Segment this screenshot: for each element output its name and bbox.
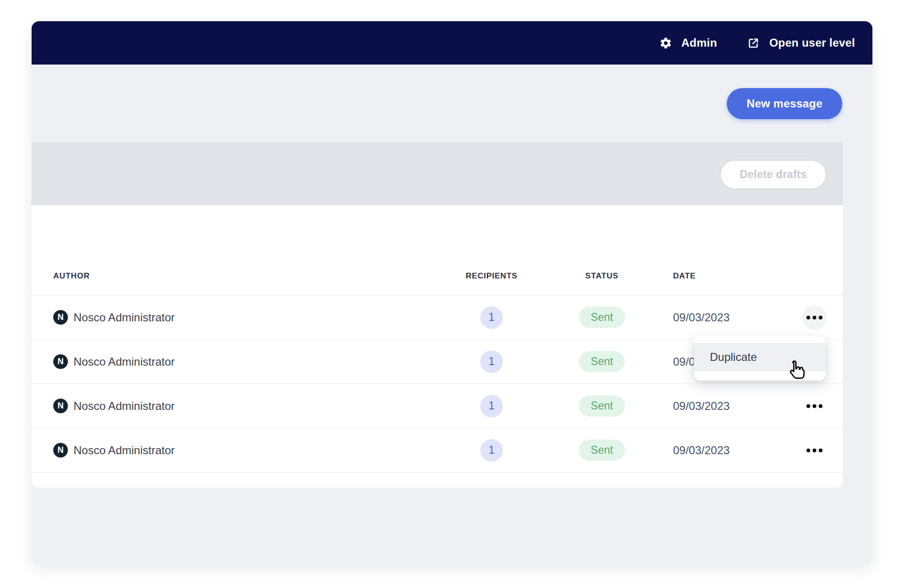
admin-nav-button[interactable]: Admin (659, 36, 717, 49)
recipients-count-badge: 1 (480, 306, 503, 329)
open-user-level-button[interactable]: Open user level (747, 36, 855, 49)
status-badge: Sent (579, 395, 625, 416)
recipients-count-badge: 1 (480, 439, 503, 462)
status-badge: Sent (579, 351, 625, 372)
app-card: Admin Open user level New message Delete… (32, 21, 872, 564)
author-name: Nosco Administrator (74, 444, 175, 457)
table-row: N Nosco Administrator 1 Sent 09/03/2023 (32, 428, 843, 473)
author-name: Nosco Administrator (74, 400, 175, 413)
author-cell: N Nosco Administrator (53, 354, 437, 369)
status-cell: Sent (579, 440, 625, 461)
date-cell: 09/03/2023 (657, 444, 776, 457)
open-user-level-label: Open user level (769, 36, 855, 49)
table-row: N Nosco Administrator 1 Sent 09/03/2023 (32, 384, 843, 428)
avatar: N (53, 310, 68, 325)
external-link-icon (747, 37, 760, 49)
status-cell: Sent (579, 307, 625, 328)
recipients-count-badge: 1 (480, 351, 503, 373)
avatar: N (53, 399, 68, 413)
author-cell: N Nosco Administrator (53, 443, 437, 457)
author-cell: N Nosco Administrator (53, 310, 437, 325)
avatar: N (53, 354, 68, 369)
admin-nav-label: Admin (682, 36, 717, 49)
ellipsis-icon (806, 449, 810, 452)
gear-icon (659, 37, 672, 49)
hand-pointer-cursor (784, 358, 807, 384)
recipients-cell: 1 (480, 351, 503, 373)
table-row: N Nosco Administrator 1 Sent 09/03/2023 (32, 295, 843, 340)
recipients-cell: 1 (480, 306, 503, 329)
column-header-author: AUTHOR (53, 271, 437, 281)
row-menu-button[interactable] (802, 394, 827, 418)
status-cell: Sent (579, 351, 625, 372)
recipients-count-badge: 1 (480, 395, 503, 417)
avatar: N (53, 443, 68, 457)
menu-cell (802, 394, 827, 418)
top-navbar: Admin Open user level (32, 21, 872, 65)
delete-drafts-button[interactable]: Delete drafts (720, 160, 827, 189)
ellipsis-icon (806, 316, 810, 319)
column-header-recipients: RECIPIENTS (466, 271, 518, 281)
author-name: Nosco Administrator (74, 311, 175, 324)
drafts-toolbar-band: Delete drafts (32, 142, 843, 205)
ellipsis-icon (806, 404, 810, 408)
recipients-cell: 1 (480, 439, 503, 462)
date-cell: 09/03/2023 (657, 311, 776, 324)
table-header-row: AUTHOR RECIPIENTS STATUS DATE (32, 205, 843, 295)
column-header-status: STATUS (585, 271, 618, 281)
status-badge: Sent (579, 307, 625, 328)
menu-cell (802, 438, 827, 463)
row-menu-button[interactable] (802, 438, 827, 463)
author-name: Nosco Administrator (74, 355, 175, 368)
status-badge: Sent (579, 440, 625, 461)
recipients-cell: 1 (480, 395, 503, 417)
column-header-date: DATE (657, 271, 776, 281)
author-cell: N Nosco Administrator (53, 399, 437, 413)
status-cell: Sent (579, 395, 625, 416)
row-menu-button[interactable] (802, 305, 827, 330)
menu-cell (802, 305, 827, 330)
new-message-button[interactable]: New message (727, 88, 842, 119)
date-cell: 09/03/2023 (657, 400, 776, 413)
